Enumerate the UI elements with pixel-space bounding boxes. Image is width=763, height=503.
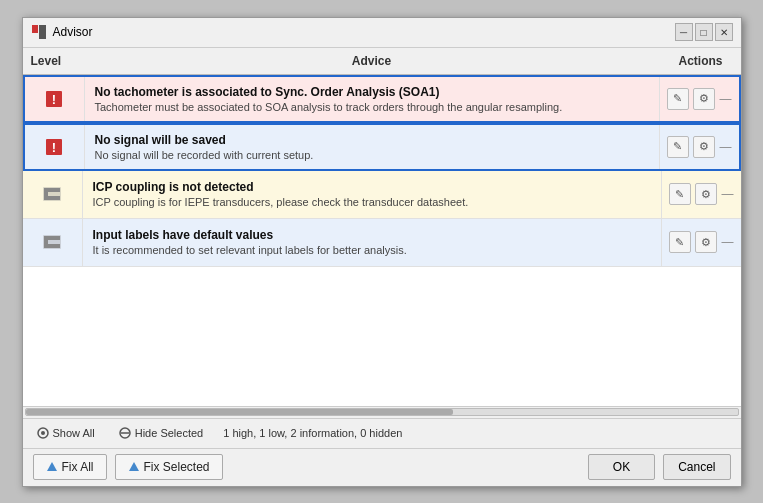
- row-actions-4: ✎ ⚙ —: [661, 219, 741, 266]
- advice-desc-1: Tachometer must be associated to SOA ana…: [95, 101, 649, 113]
- close-button[interactable]: ✕: [715, 23, 733, 41]
- advice-title-2: No signal will be saved: [95, 133, 649, 147]
- svg-marker-20: [129, 462, 139, 471]
- status-bar: Show All Hide Selected 1 high, 1 low, 2 …: [23, 418, 741, 448]
- row-advice-2: No signal will be saved No signal will b…: [85, 125, 659, 169]
- svg-text:!: !: [52, 92, 56, 107]
- advisor-window: Advisor ─ □ ✕ Level Advice Actions !: [22, 17, 742, 487]
- error-icon-2: !: [44, 137, 64, 157]
- table-row[interactable]: ICP coupling is not detected ICP couplin…: [23, 171, 741, 219]
- footer-left: Fix All Fix Selected: [33, 454, 223, 480]
- error-icon: !: [44, 89, 64, 109]
- col-advice-header: Advice: [83, 52, 661, 70]
- action-dash-2: —: [719, 140, 733, 154]
- table-row[interactable]: Input labels have default values It is r…: [23, 219, 741, 267]
- info-icon-3: [42, 184, 62, 204]
- edit-button-1[interactable]: ✎: [667, 88, 689, 110]
- row-advice-3: ICP coupling is not detected ICP couplin…: [83, 171, 661, 218]
- advice-desc-3: ICP coupling is for IEPE transducers, pl…: [93, 196, 651, 208]
- hide-selected-button[interactable]: Hide Selected: [115, 425, 208, 441]
- app-icon: [31, 24, 47, 40]
- advice-title-4: Input labels have default values: [93, 228, 651, 242]
- footer-right: OK Cancel: [588, 454, 731, 480]
- row-actions-3: ✎ ⚙ —: [661, 171, 741, 218]
- scrollbar-track[interactable]: [25, 408, 739, 416]
- minimize-button[interactable]: ─: [675, 23, 693, 41]
- table-row[interactable]: ! No tachometer is associated to Sync. O…: [23, 75, 741, 123]
- title-bar-left: Advisor: [31, 24, 93, 40]
- maximize-button[interactable]: □: [695, 23, 713, 41]
- table-body: ! No tachometer is associated to Sync. O…: [23, 75, 741, 406]
- status-summary: 1 high, 1 low, 2 information, 0 hidden: [223, 427, 402, 439]
- row-advice-1: No tachometer is associated to Sync. Ord…: [85, 77, 659, 121]
- row-level-2: !: [25, 125, 85, 169]
- svg-text:!: !: [52, 140, 56, 155]
- svg-rect-1: [32, 29, 38, 33]
- show-all-button[interactable]: Show All: [33, 425, 99, 441]
- edit-button-3[interactable]: ✎: [669, 183, 691, 205]
- title-controls: ─ □ ✕: [675, 23, 733, 41]
- fix-selected-icon: [128, 461, 140, 473]
- col-level-header: Level: [23, 52, 83, 70]
- title-bar: Advisor ─ □ ✕: [23, 18, 741, 48]
- link-button-2[interactable]: ⚙: [693, 136, 715, 158]
- svg-rect-14: [44, 244, 60, 248]
- svg-rect-13: [44, 236, 60, 240]
- footer-bar: Fix All Fix Selected OK Cancel: [23, 448, 741, 486]
- advice-desc-2: No signal will be recorded with current …: [95, 149, 649, 161]
- svg-rect-10: [44, 196, 60, 200]
- action-dash-4: —: [721, 235, 735, 249]
- link-button-1[interactable]: ⚙: [693, 88, 715, 110]
- link-button-4[interactable]: ⚙: [695, 231, 717, 253]
- fix-all-button[interactable]: Fix All: [33, 454, 107, 480]
- info-icon-4: [42, 232, 62, 252]
- scrollbar-area: [23, 406, 741, 418]
- advice-desc-4: It is recommended to set relevant input …: [93, 244, 651, 256]
- row-advice-4: Input labels have default values It is r…: [83, 219, 661, 266]
- table-row[interactable]: ! No signal will be saved No signal will…: [23, 123, 741, 171]
- hide-selected-icon: [119, 427, 131, 439]
- show-all-icon: [37, 427, 49, 439]
- row-level-1: !: [25, 77, 85, 121]
- row-level-4: [23, 219, 83, 266]
- cancel-button[interactable]: Cancel: [663, 454, 730, 480]
- svg-rect-2: [39, 25, 46, 39]
- svg-point-16: [41, 431, 45, 435]
- fix-all-icon: [46, 461, 58, 473]
- window-title: Advisor: [53, 25, 93, 39]
- ok-button[interactable]: OK: [588, 454, 655, 480]
- table-header: Level Advice Actions: [23, 48, 741, 75]
- row-level-3: [23, 171, 83, 218]
- svg-marker-19: [47, 462, 57, 471]
- scrollbar-thumb[interactable]: [26, 409, 453, 415]
- advice-title-3: ICP coupling is not detected: [93, 180, 651, 194]
- edit-button-4[interactable]: ✎: [669, 231, 691, 253]
- action-dash-1: —: [719, 92, 733, 106]
- fix-selected-button[interactable]: Fix Selected: [115, 454, 223, 480]
- link-button-3[interactable]: ⚙: [695, 183, 717, 205]
- action-dash-3: —: [721, 187, 735, 201]
- advice-title-1: No tachometer is associated to Sync. Ord…: [95, 85, 649, 99]
- row-actions-1: ✎ ⚙ —: [659, 77, 739, 121]
- row-actions-2: ✎ ⚙ —: [659, 125, 739, 169]
- col-actions-header: Actions: [661, 52, 741, 70]
- edit-button-2[interactable]: ✎: [667, 136, 689, 158]
- svg-rect-9: [44, 188, 60, 192]
